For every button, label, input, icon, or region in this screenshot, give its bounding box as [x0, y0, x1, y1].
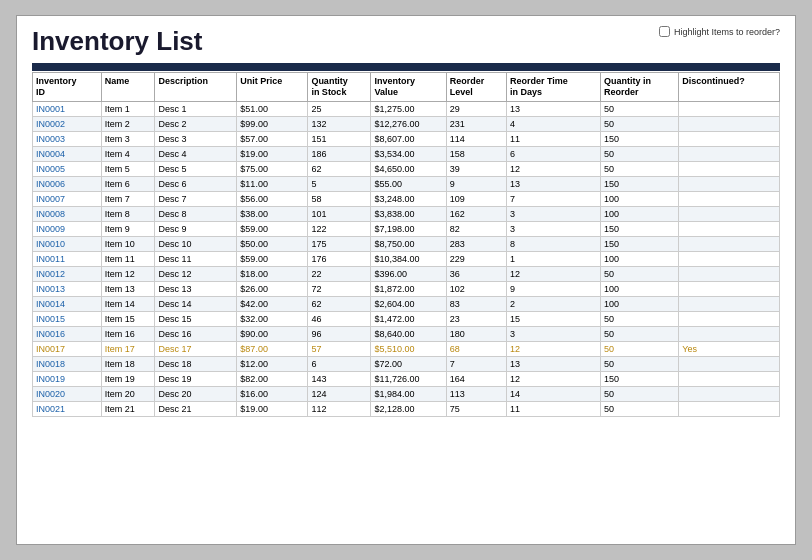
table-cell: 143: [308, 371, 371, 386]
table-cell: $11.00: [237, 176, 308, 191]
page-title: Inventory List: [32, 26, 202, 57]
table-cell: IN0019: [33, 371, 102, 386]
table-cell: $55.00: [371, 176, 446, 191]
table-cell: [679, 191, 780, 206]
col-qty-reorder: Quantity inReorder: [600, 73, 678, 102]
table-cell: IN0013: [33, 281, 102, 296]
table-cell: [679, 116, 780, 131]
table-cell: 186: [308, 146, 371, 161]
table-cell: 12: [506, 161, 600, 176]
table-cell: Desc 14: [155, 296, 237, 311]
table-cell: 7: [446, 356, 506, 371]
table-cell: 176: [308, 251, 371, 266]
table-cell: 50: [600, 266, 678, 281]
table-cell: 11: [506, 401, 600, 416]
table-cell: 4: [506, 116, 600, 131]
table-cell: 100: [600, 296, 678, 311]
table-cell: 150: [600, 131, 678, 146]
dark-bar: [32, 63, 780, 71]
table-cell: $1,275.00: [371, 101, 446, 116]
table-cell: Desc 18: [155, 356, 237, 371]
highlight-checkbox-label[interactable]: Highlight Items to reorder?: [659, 26, 780, 37]
table-cell: Desc 7: [155, 191, 237, 206]
table-cell: IN0012: [33, 266, 102, 281]
table-cell: 50: [600, 326, 678, 341]
table-row: IN0011Item 11Desc 11$59.00176$10,384.002…: [33, 251, 780, 266]
table-cell: Item 21: [101, 401, 155, 416]
table-cell: Desc 1: [155, 101, 237, 116]
table-cell: IN0002: [33, 116, 102, 131]
table-cell: $59.00: [237, 221, 308, 236]
col-name: Name: [101, 73, 155, 102]
table-row: IN0020Item 20Desc 20$16.00124$1,984.0011…: [33, 386, 780, 401]
table-cell: 100: [600, 251, 678, 266]
table-cell: 62: [308, 296, 371, 311]
table-cell: $8,640.00: [371, 326, 446, 341]
table-cell: Item 7: [101, 191, 155, 206]
table-cell: 231: [446, 116, 506, 131]
table-cell: $18.00: [237, 266, 308, 281]
table-cell: 122: [308, 221, 371, 236]
col-reorder-level: ReorderLevel: [446, 73, 506, 102]
table-header-row: InventoryID Name Description Unit Price …: [33, 73, 780, 102]
table-cell: 101: [308, 206, 371, 221]
table-row: IN0014Item 14Desc 14$42.0062$2,604.00832…: [33, 296, 780, 311]
table-cell: IN0017: [33, 341, 102, 356]
table-cell: [679, 401, 780, 416]
table-cell: Desc 20: [155, 386, 237, 401]
table-row: IN0021Item 21Desc 21$19.00112$2,128.0075…: [33, 401, 780, 416]
table-row: IN0009Item 9Desc 9$59.00122$7,198.008231…: [33, 221, 780, 236]
table-cell: $57.00: [237, 131, 308, 146]
table-cell: Item 15: [101, 311, 155, 326]
table-cell: $87.00: [237, 341, 308, 356]
table-cell: 6: [506, 146, 600, 161]
table-cell: $19.00: [237, 401, 308, 416]
table-cell: 57: [308, 341, 371, 356]
table-cell: $99.00: [237, 116, 308, 131]
table-cell: Item 10: [101, 236, 155, 251]
table-cell: 9: [446, 176, 506, 191]
table-cell: 114: [446, 131, 506, 146]
table-cell: IN0006: [33, 176, 102, 191]
table-row: IN0013Item 13Desc 13$26.0072$1,872.00102…: [33, 281, 780, 296]
table-cell: IN0008: [33, 206, 102, 221]
table-cell: 13: [506, 101, 600, 116]
table-cell: 9: [506, 281, 600, 296]
table-row: IN0019Item 19Desc 19$82.00143$11,726.001…: [33, 371, 780, 386]
table-cell: 162: [446, 206, 506, 221]
table-cell: Desc 17: [155, 341, 237, 356]
table-cell: 150: [600, 221, 678, 236]
table-cell: Item 6: [101, 176, 155, 191]
col-reorder-days: Reorder Timein Days: [506, 73, 600, 102]
table-cell: 12: [506, 266, 600, 281]
table-cell: [679, 131, 780, 146]
table-cell: $1,472.00: [371, 311, 446, 326]
highlight-checkbox-input[interactable]: [659, 26, 670, 37]
table-cell: $12.00: [237, 356, 308, 371]
table-cell: $75.00: [237, 161, 308, 176]
table-cell: 1: [506, 251, 600, 266]
table-cell: 112: [308, 401, 371, 416]
table-cell: Item 3: [101, 131, 155, 146]
table-cell: Desc 3: [155, 131, 237, 146]
table-cell: 22: [308, 266, 371, 281]
table-cell: Item 20: [101, 386, 155, 401]
table-cell: [679, 221, 780, 236]
table-cell: 150: [600, 176, 678, 191]
table-cell: Desc 19: [155, 371, 237, 386]
table-cell: Item 13: [101, 281, 155, 296]
table-cell: 3: [506, 326, 600, 341]
table-cell: $16.00: [237, 386, 308, 401]
table-cell: Item 9: [101, 221, 155, 236]
table-cell: Desc 4: [155, 146, 237, 161]
table-cell: 150: [600, 371, 678, 386]
table-cell: 29: [446, 101, 506, 116]
table-cell: 3: [506, 206, 600, 221]
table-row: IN0010Item 10Desc 10$50.00175$8,750.0028…: [33, 236, 780, 251]
table-row: IN0001Item 1Desc 1$51.0025$1,275.0029135…: [33, 101, 780, 116]
table-cell: [679, 326, 780, 341]
table-cell: IN0018: [33, 356, 102, 371]
table-cell: 180: [446, 326, 506, 341]
table-cell: [679, 236, 780, 251]
table-row: IN0003Item 3Desc 3$57.00151$8,607.001141…: [33, 131, 780, 146]
